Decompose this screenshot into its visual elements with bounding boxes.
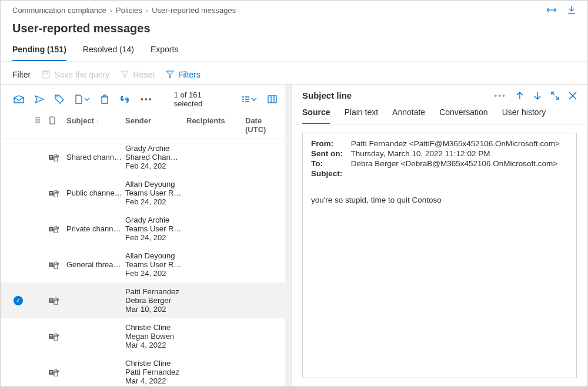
table-row[interactable]: ✓TPatti Fernandez Debra Berger Mar 10, 2…	[1, 282, 285, 318]
detail-tab-plain[interactable]: Plain text	[344, 107, 378, 124]
cell-sender: Allan Deyoung Teams User Reporti…Feb 24,…	[125, 251, 186, 278]
scrollbar[interactable]	[285, 85, 291, 386]
tab-resolved[interactable]: Resolved (14)	[83, 45, 134, 61]
cell-date: Feb 24, 202	[125, 233, 184, 242]
detail-title: Subject line	[302, 90, 352, 100]
svg-point-25	[57, 298, 59, 300]
close-icon[interactable]	[569, 92, 577, 100]
cell-recipients: Debra Berger Mar 10, 202	[125, 296, 184, 314]
svg-text:T: T	[50, 263, 53, 267]
columns-icon[interactable]	[268, 95, 277, 103]
filters-icon	[165, 70, 175, 79]
cell-sender: Patti Fernandez Debra Berger Mar 10, 202	[125, 287, 186, 314]
cell-subject: General thread sub…	[66, 260, 125, 269]
svg-text:T: T	[50, 155, 53, 159]
detail-tab-annotate[interactable]: Annotate	[392, 107, 425, 124]
group-icon[interactable]	[242, 96, 257, 103]
detail-tab-history[interactable]: User history	[502, 107, 546, 124]
detail-tabs: Source Plain text Annotate Conversation …	[292, 100, 587, 124]
teams-icon: T	[49, 368, 66, 376]
delete-icon[interactable]	[101, 95, 109, 104]
save-icon	[41, 70, 51, 79]
reset-icon	[120, 70, 129, 79]
save-query-label: Save the query	[54, 70, 109, 79]
table-row[interactable]: TPrivate channel sub…Grady Archie Teams …	[1, 211, 285, 247]
cell-recipients: Teams User Reporti…	[125, 224, 184, 233]
teams-icon: T	[49, 332, 66, 341]
new-item-icon[interactable]	[75, 95, 90, 104]
teams-icon: T	[49, 153, 66, 161]
more-overflow-icon[interactable]: •••	[141, 95, 153, 104]
svg-point-32	[55, 369, 57, 372]
mail-open-icon[interactable]	[14, 95, 24, 103]
reset-button: Reset	[120, 70, 155, 79]
svg-rect-5	[268, 96, 276, 103]
message-body: you're so stupid, time to quit Contoso	[311, 196, 568, 204]
tab-pending[interactable]: Pending (151)	[12, 45, 66, 61]
filter-bar: Filter Save the query Reset Filters	[1, 62, 587, 84]
document-type-header-icon[interactable]	[49, 116, 66, 124]
tab-exports[interactable]: Exports	[151, 45, 178, 61]
header-recipients[interactable]: Recipients	[186, 116, 245, 134]
teams-icon: T	[49, 225, 66, 233]
reset-label: Reset	[133, 70, 155, 79]
column-headers: Subject ↓ Sender Recipients Date (UTC)	[1, 113, 285, 139]
cell-sender: Grady Archie Teams User Reporti…Feb 24, …	[125, 216, 186, 242]
more-icon[interactable]: •••	[494, 91, 506, 100]
cell-sender: Allan Deyoung Teams User Reporti…Feb 24,…	[125, 180, 186, 206]
table-row[interactable]: TGeneral thread sub…Allan Deyoung Teams …	[1, 247, 285, 282]
message-list: TShared channel su…Grady Archie Shared C…	[1, 139, 285, 386]
reorder-icon[interactable]	[35, 116, 49, 123]
checked-icon[interactable]: ✓	[14, 296, 23, 305]
svg-text:T: T	[50, 334, 53, 338]
chevron-right-icon: ›	[110, 6, 112, 15]
table-row[interactable]: TChristie Cline Patti Fernandez Mar 4, 2…	[1, 354, 285, 386]
list-toolbar: ••• 1 of 161 selected	[1, 85, 285, 113]
header-subject[interactable]: Subject ↓	[66, 116, 125, 134]
send-icon[interactable]	[35, 95, 44, 103]
crumb-policies[interactable]: Policies	[116, 6, 142, 15]
table-row[interactable]: TShared channel su…Grady Archie Shared C…	[1, 139, 285, 175]
maximize-icon[interactable]	[551, 92, 559, 100]
download-icon[interactable]	[567, 5, 576, 15]
sent-value: Thursday, March 10, 2022 11:12:02 PM	[351, 149, 490, 158]
expand-icon[interactable]	[546, 6, 557, 14]
svg-point-33	[57, 370, 59, 372]
subject-label: Subject:	[311, 169, 349, 178]
header-sender[interactable]: Sender	[125, 116, 186, 134]
from-label: From:	[311, 139, 349, 148]
chevron-right-icon: ›	[146, 6, 148, 15]
teams-icon: T	[49, 189, 66, 197]
filters-button[interactable]: Filters	[165, 70, 201, 79]
cell-date: Feb 24, 202	[125, 269, 184, 278]
next-item-icon[interactable]	[533, 92, 542, 100]
crumb-root[interactable]: Communication compliance	[12, 6, 106, 15]
cell-recipients: Shared Channel Tes…	[125, 153, 184, 161]
detail-tab-conversation[interactable]: Conversation	[439, 107, 488, 124]
page-title: User-reported messages	[1, 15, 587, 35]
cell-recipients: Teams User Reporti…	[125, 189, 184, 197]
selection-count: 1 of 161 selected	[174, 90, 228, 108]
tabs: Pending (151) Resolved (14) Exports	[1, 35, 587, 62]
svg-text:T: T	[50, 298, 53, 302]
svg-point-12	[55, 190, 57, 193]
cell-date: Mar 10, 202	[125, 305, 182, 314]
save-query-button: Save the query	[41, 70, 109, 79]
link-icon[interactable]	[119, 96, 130, 103]
cell-subject: Public channel subj…	[66, 189, 125, 197]
table-row[interactable]: TPublic channel subj…Allan Deyoung Teams…	[1, 175, 285, 211]
table-row[interactable]: TChristie Cline Megan Bowen Mar 4, 2022	[1, 318, 285, 354]
svg-point-9	[57, 155, 59, 157]
svg-rect-0	[42, 71, 49, 78]
prev-item-icon[interactable]	[516, 92, 524, 100]
filters-label: Filters	[178, 70, 201, 79]
message-source-pane: From: Patti Fernandez <PattiF@M365x45210…	[302, 133, 577, 378]
header-date[interactable]: Date (UTC)	[245, 116, 278, 134]
filter-button[interactable]: Filter	[12, 70, 31, 79]
svg-point-16	[55, 226, 57, 228]
svg-point-20	[55, 262, 57, 264]
breadcrumb: Communication compliance › Policies › Us…	[12, 6, 236, 15]
tag-icon[interactable]	[55, 95, 64, 104]
cell-sender: Christie Cline Megan Bowen Mar 4, 2022	[125, 323, 186, 349]
detail-tab-source[interactable]: Source	[302, 107, 330, 124]
